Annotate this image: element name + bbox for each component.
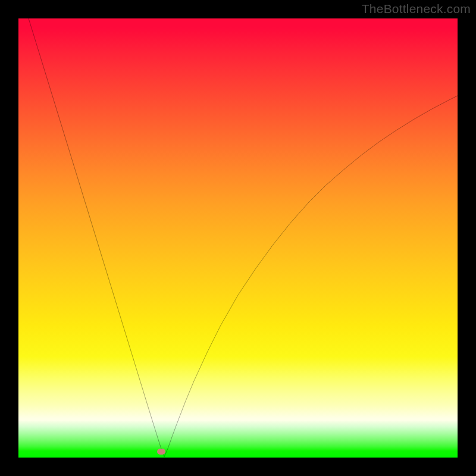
watermark-text: TheBottleneck.com [362,2,471,16]
minimum-marker [157,449,165,455]
chart-plot-area [18,18,458,458]
